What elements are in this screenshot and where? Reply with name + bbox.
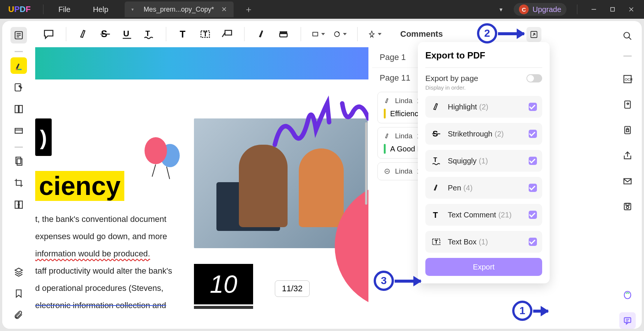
export-popup: Export to PDF Export by page Display in … <box>418 42 550 283</box>
document-tab[interactable]: ▾ Mes_prem...opy_Copy* ✕ <box>125 1 234 17</box>
checkbox[interactable] <box>529 184 537 192</box>
doc-banner <box>35 47 368 79</box>
strikethrough-icon: S <box>431 128 442 139</box>
highlight-icon <box>384 133 391 139</box>
shape-rect-icon[interactable] <box>312 27 325 41</box>
save-icon[interactable] <box>619 198 636 215</box>
vertical-scrollbar[interactable] <box>365 77 367 322</box>
attachment-icon[interactable] <box>10 307 27 324</box>
svg-rect-39 <box>626 130 629 132</box>
organize-tool-icon[interactable] <box>10 153 27 169</box>
svg-text:U: U <box>123 29 129 38</box>
new-tab-button[interactable]: ＋ <box>244 3 253 15</box>
svg-rect-8 <box>16 69 21 70</box>
checkbox[interactable] <box>529 130 537 138</box>
reader-mode-icon[interactable] <box>10 27 27 43</box>
document-canvas[interactable]: ) ciency t, the bank's conventional docu… <box>35 47 368 326</box>
svg-rect-10 <box>15 105 18 113</box>
strikethrough-icon[interactable]: S <box>98 27 112 41</box>
checkbox[interactable] <box>529 211 537 219</box>
highlighted-text: ciency <box>35 171 124 201</box>
left-sidebar <box>2 21 35 329</box>
checkbox[interactable] <box>529 157 537 165</box>
email-icon[interactable] <box>619 173 636 189</box>
comment-bubble-icon[interactable] <box>42 27 55 41</box>
checkbox[interactable] <box>529 103 537 111</box>
window-close-icon[interactable] <box>625 3 637 15</box>
export-by-page-toggle[interactable] <box>526 74 542 82</box>
underline-icon[interactable]: U <box>120 27 134 41</box>
shape-circle-icon[interactable] <box>333 27 347 41</box>
svg-text:T: T <box>145 29 150 37</box>
protect-icon[interactable] <box>619 122 636 138</box>
svg-rect-28 <box>280 31 287 34</box>
ocr-icon[interactable]: OCR <box>619 71 636 87</box>
tab-dropdown-icon[interactable]: ▾ <box>131 7 134 12</box>
export-option-text-comment[interactable]: T Text Comment(21) <box>425 204 542 226</box>
checkbox[interactable] <box>529 238 537 246</box>
callout-marker-1: 1 <box>512 301 532 321</box>
export-panel-icon[interactable] <box>526 27 541 42</box>
right-sidebar: OCR <box>613 21 642 329</box>
pin-icon[interactable] <box>368 27 382 41</box>
textbox-icon[interactable]: T <box>198 27 212 41</box>
callout-arrow <box>533 310 548 313</box>
window-minimize-icon[interactable] <box>588 3 600 15</box>
layers-icon[interactable] <box>10 264 27 280</box>
export-option-squiggly[interactable]: T Squiggly(1) <box>425 150 542 172</box>
window-maximize-icon[interactable] <box>607 3 619 15</box>
svg-rect-11 <box>19 105 22 113</box>
separator <box>357 27 358 41</box>
menu-help[interactable]: Help <box>82 5 119 14</box>
chevron-down-icon[interactable]: ▾ <box>495 3 507 15</box>
pen-fill-icon[interactable] <box>255 27 268 41</box>
export-button[interactable]: Export <box>425 258 542 276</box>
separator <box>301 27 301 41</box>
text-icon[interactable]: T <box>177 27 190 41</box>
page-number-box: 10 <box>194 264 253 304</box>
comment-user: Linda <box>395 132 413 140</box>
separator <box>43 4 43 14</box>
share-icon[interactable] <box>619 147 636 164</box>
squiggly-icon: T <box>431 155 442 166</box>
svg-rect-12 <box>15 129 22 133</box>
svg-point-42 <box>626 206 629 209</box>
crop-tool-icon[interactable] <box>10 175 27 191</box>
highlight-icon[interactable] <box>77 27 90 41</box>
edit-tool-icon[interactable] <box>10 79 27 96</box>
form-tool-icon[interactable] <box>10 123 27 139</box>
export-option-text-box[interactable]: T Text Box(1) <box>425 231 542 253</box>
convert-icon[interactable] <box>619 96 636 113</box>
pages-tool-icon[interactable] <box>10 101 27 117</box>
callout-icon[interactable] <box>220 27 234 41</box>
separator <box>66 27 66 41</box>
separator <box>15 51 23 52</box>
squiggly-icon[interactable]: T <box>142 27 155 41</box>
export-option-strikethrough[interactable]: S Strikethrough(2) <box>425 123 542 145</box>
pen-drawing <box>267 92 368 152</box>
avatar: C <box>519 4 529 14</box>
separator <box>623 55 632 57</box>
eraser-icon[interactable] <box>277 27 290 41</box>
compare-tool-icon[interactable] <box>10 196 27 213</box>
pen-icon <box>384 168 391 175</box>
bookmark-icon[interactable] <box>10 285 27 302</box>
tab-close-icon[interactable]: ✕ <box>221 5 227 13</box>
search-icon[interactable] <box>619 28 636 44</box>
svg-line-34 <box>629 37 631 40</box>
comments-panel-icon[interactable] <box>619 312 636 329</box>
svg-point-33 <box>624 32 629 38</box>
export-option-highlight[interactable]: Highlight(2) <box>425 96 542 118</box>
ai-icon[interactable] <box>619 287 636 303</box>
highlight-stripe <box>384 144 386 154</box>
highlighter-tool-icon[interactable] <box>10 57 27 74</box>
export-option-pen[interactable]: Pen(4) <box>425 177 542 199</box>
upgrade-button[interactable]: C Upgrade <box>514 3 566 16</box>
comment-user: Linda <box>395 97 413 105</box>
svg-rect-15 <box>17 159 22 165</box>
callout-arrow <box>395 280 421 283</box>
svg-text:T: T <box>180 28 185 39</box>
callout-arrow <box>498 32 524 35</box>
page-indicator[interactable]: 11/32 <box>275 280 310 297</box>
menu-file[interactable]: File <box>47 5 82 14</box>
